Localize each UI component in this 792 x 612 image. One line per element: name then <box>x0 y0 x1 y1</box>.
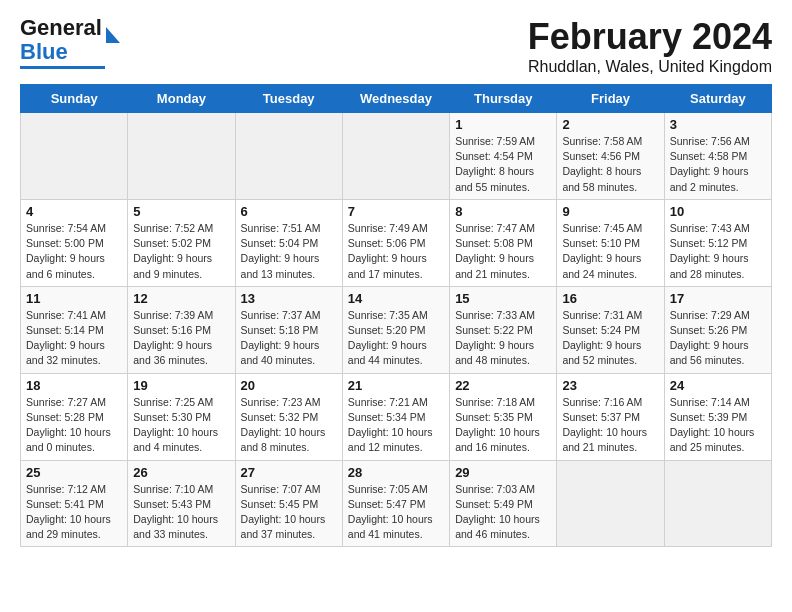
day-info: Sunrise: 7:12 AM Sunset: 5:41 PM Dayligh… <box>26 482 122 543</box>
main-title: February 2024 <box>528 16 772 58</box>
day-number: 10 <box>670 204 766 219</box>
day-number: 11 <box>26 291 122 306</box>
day-number: 9 <box>562 204 658 219</box>
day-number: 20 <box>241 378 337 393</box>
calendar-cell: 20Sunrise: 7:23 AM Sunset: 5:32 PM Dayli… <box>235 373 342 460</box>
day-number: 27 <box>241 465 337 480</box>
day-number: 23 <box>562 378 658 393</box>
calendar-cell: 21Sunrise: 7:21 AM Sunset: 5:34 PM Dayli… <box>342 373 449 460</box>
calendar-cell: 11Sunrise: 7:41 AM Sunset: 5:14 PM Dayli… <box>21 286 128 373</box>
day-info: Sunrise: 7:59 AM Sunset: 4:54 PM Dayligh… <box>455 134 551 195</box>
weekday-header-tuesday: Tuesday <box>235 85 342 113</box>
calendar-cell: 9Sunrise: 7:45 AM Sunset: 5:10 PM Daylig… <box>557 199 664 286</box>
weekday-header-wednesday: Wednesday <box>342 85 449 113</box>
calendar-cell <box>342 113 449 200</box>
weekday-header-sunday: Sunday <box>21 85 128 113</box>
calendar-cell: 1Sunrise: 7:59 AM Sunset: 4:54 PM Daylig… <box>450 113 557 200</box>
day-info: Sunrise: 7:23 AM Sunset: 5:32 PM Dayligh… <box>241 395 337 456</box>
day-info: Sunrise: 7:05 AM Sunset: 5:47 PM Dayligh… <box>348 482 444 543</box>
day-number: 4 <box>26 204 122 219</box>
logo-line <box>20 66 105 69</box>
calendar-cell: 22Sunrise: 7:18 AM Sunset: 5:35 PM Dayli… <box>450 373 557 460</box>
day-info: Sunrise: 7:56 AM Sunset: 4:58 PM Dayligh… <box>670 134 766 195</box>
day-info: Sunrise: 7:41 AM Sunset: 5:14 PM Dayligh… <box>26 308 122 369</box>
day-number: 6 <box>241 204 337 219</box>
day-info: Sunrise: 7:14 AM Sunset: 5:39 PM Dayligh… <box>670 395 766 456</box>
day-number: 12 <box>133 291 229 306</box>
day-info: Sunrise: 7:37 AM Sunset: 5:18 PM Dayligh… <box>241 308 337 369</box>
day-number: 29 <box>455 465 551 480</box>
calendar-cell: 27Sunrise: 7:07 AM Sunset: 5:45 PM Dayli… <box>235 460 342 547</box>
day-info: Sunrise: 7:39 AM Sunset: 5:16 PM Dayligh… <box>133 308 229 369</box>
logo-blue: Blue <box>20 39 68 64</box>
calendar-cell: 28Sunrise: 7:05 AM Sunset: 5:47 PM Dayli… <box>342 460 449 547</box>
weekday-header-thursday: Thursday <box>450 85 557 113</box>
weekday-header-saturday: Saturday <box>664 85 771 113</box>
calendar-cell: 29Sunrise: 7:03 AM Sunset: 5:49 PM Dayli… <box>450 460 557 547</box>
calendar-cell: 23Sunrise: 7:16 AM Sunset: 5:37 PM Dayli… <box>557 373 664 460</box>
day-number: 14 <box>348 291 444 306</box>
day-number: 8 <box>455 204 551 219</box>
calendar-cell: 4Sunrise: 7:54 AM Sunset: 5:00 PM Daylig… <box>21 199 128 286</box>
header: General Blue February 2024 Rhuddlan, Wal… <box>20 16 772 76</box>
calendar-cell <box>21 113 128 200</box>
day-number: 2 <box>562 117 658 132</box>
calendar-cell: 7Sunrise: 7:49 AM Sunset: 5:06 PM Daylig… <box>342 199 449 286</box>
day-number: 1 <box>455 117 551 132</box>
logo: General Blue <box>20 16 120 69</box>
day-number: 28 <box>348 465 444 480</box>
day-info: Sunrise: 7:07 AM Sunset: 5:45 PM Dayligh… <box>241 482 337 543</box>
day-info: Sunrise: 7:29 AM Sunset: 5:26 PM Dayligh… <box>670 308 766 369</box>
day-info: Sunrise: 7:27 AM Sunset: 5:28 PM Dayligh… <box>26 395 122 456</box>
day-info: Sunrise: 7:52 AM Sunset: 5:02 PM Dayligh… <box>133 221 229 282</box>
calendar-cell: 10Sunrise: 7:43 AM Sunset: 5:12 PM Dayli… <box>664 199 771 286</box>
day-info: Sunrise: 7:49 AM Sunset: 5:06 PM Dayligh… <box>348 221 444 282</box>
calendar-cell: 12Sunrise: 7:39 AM Sunset: 5:16 PM Dayli… <box>128 286 235 373</box>
day-number: 22 <box>455 378 551 393</box>
day-number: 21 <box>348 378 444 393</box>
day-info: Sunrise: 7:47 AM Sunset: 5:08 PM Dayligh… <box>455 221 551 282</box>
calendar-cell <box>128 113 235 200</box>
calendar-cell: 8Sunrise: 7:47 AM Sunset: 5:08 PM Daylig… <box>450 199 557 286</box>
calendar-cell: 14Sunrise: 7:35 AM Sunset: 5:20 PM Dayli… <box>342 286 449 373</box>
day-info: Sunrise: 7:51 AM Sunset: 5:04 PM Dayligh… <box>241 221 337 282</box>
day-number: 13 <box>241 291 337 306</box>
title-area: February 2024 Rhuddlan, Wales, United Ki… <box>528 16 772 76</box>
day-number: 5 <box>133 204 229 219</box>
calendar-cell <box>664 460 771 547</box>
calendar-cell: 13Sunrise: 7:37 AM Sunset: 5:18 PM Dayli… <box>235 286 342 373</box>
calendar-table: SundayMondayTuesdayWednesdayThursdayFrid… <box>20 84 772 547</box>
day-info: Sunrise: 7:33 AM Sunset: 5:22 PM Dayligh… <box>455 308 551 369</box>
day-number: 7 <box>348 204 444 219</box>
day-number: 24 <box>670 378 766 393</box>
calendar-cell: 24Sunrise: 7:14 AM Sunset: 5:39 PM Dayli… <box>664 373 771 460</box>
day-number: 25 <box>26 465 122 480</box>
day-info: Sunrise: 7:10 AM Sunset: 5:43 PM Dayligh… <box>133 482 229 543</box>
day-info: Sunrise: 7:25 AM Sunset: 5:30 PM Dayligh… <box>133 395 229 456</box>
calendar-cell: 17Sunrise: 7:29 AM Sunset: 5:26 PM Dayli… <box>664 286 771 373</box>
day-number: 15 <box>455 291 551 306</box>
calendar-cell: 2Sunrise: 7:58 AM Sunset: 4:56 PM Daylig… <box>557 113 664 200</box>
day-info: Sunrise: 7:45 AM Sunset: 5:10 PM Dayligh… <box>562 221 658 282</box>
logo-general: General <box>20 15 102 40</box>
day-info: Sunrise: 7:58 AM Sunset: 4:56 PM Dayligh… <box>562 134 658 195</box>
day-number: 16 <box>562 291 658 306</box>
calendar-cell: 25Sunrise: 7:12 AM Sunset: 5:41 PM Dayli… <box>21 460 128 547</box>
day-number: 3 <box>670 117 766 132</box>
weekday-header-friday: Friday <box>557 85 664 113</box>
subtitle: Rhuddlan, Wales, United Kingdom <box>528 58 772 76</box>
day-info: Sunrise: 7:35 AM Sunset: 5:20 PM Dayligh… <box>348 308 444 369</box>
calendar-cell: 26Sunrise: 7:10 AM Sunset: 5:43 PM Dayli… <box>128 460 235 547</box>
day-info: Sunrise: 7:18 AM Sunset: 5:35 PM Dayligh… <box>455 395 551 456</box>
day-number: 26 <box>133 465 229 480</box>
day-info: Sunrise: 7:16 AM Sunset: 5:37 PM Dayligh… <box>562 395 658 456</box>
weekday-header-monday: Monday <box>128 85 235 113</box>
day-number: 17 <box>670 291 766 306</box>
day-number: 18 <box>26 378 122 393</box>
day-info: Sunrise: 7:03 AM Sunset: 5:49 PM Dayligh… <box>455 482 551 543</box>
calendar-cell: 16Sunrise: 7:31 AM Sunset: 5:24 PM Dayli… <box>557 286 664 373</box>
calendar-cell: 3Sunrise: 7:56 AM Sunset: 4:58 PM Daylig… <box>664 113 771 200</box>
day-info: Sunrise: 7:43 AM Sunset: 5:12 PM Dayligh… <box>670 221 766 282</box>
calendar-cell: 15Sunrise: 7:33 AM Sunset: 5:22 PM Dayli… <box>450 286 557 373</box>
calendar-cell: 6Sunrise: 7:51 AM Sunset: 5:04 PM Daylig… <box>235 199 342 286</box>
